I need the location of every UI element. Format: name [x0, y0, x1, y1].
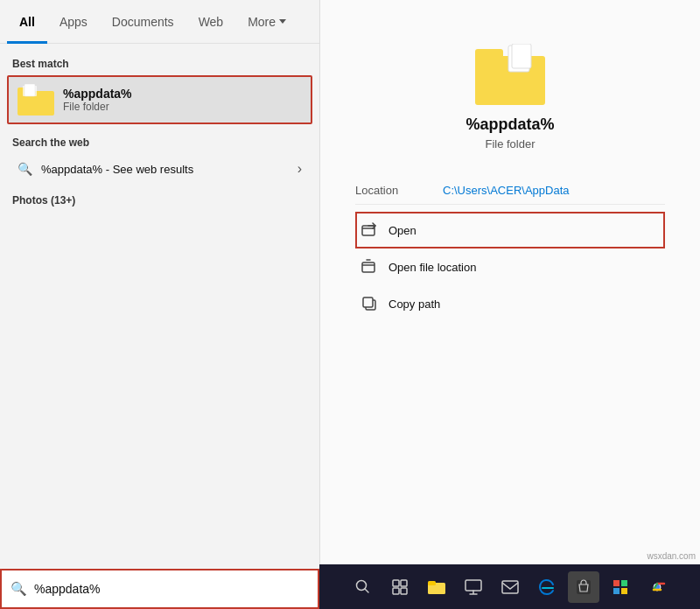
watermark: wsxdan.com: [647, 551, 696, 561]
svg-rect-18: [428, 581, 436, 585]
detail-title: %appdata%: [466, 116, 554, 134]
taskbar-tiles-btn[interactable]: [605, 571, 636, 603]
tab-apps[interactable]: Apps: [47, 0, 100, 44]
copy-icon: [360, 295, 378, 312]
tab-web[interactable]: Web: [186, 0, 236, 44]
search-panel: All Apps Documents Web More Best match %…: [0, 0, 319, 609]
best-match-title: %appdata%: [63, 87, 132, 101]
best-match-subtitle: File folder: [63, 101, 132, 113]
search-results: Best match %appdata% File folder Search …: [0, 44, 319, 569]
best-match-label: Best match: [0, 54, 319, 75]
location-label: Location: [355, 184, 425, 197]
open-icon: [360, 221, 378, 239]
taskbar-pc-btn[interactable]: [458, 571, 489, 603]
detail-subtitle: File folder: [485, 137, 535, 150]
tabs-bar: All Apps Documents Web More: [0, 0, 319, 44]
web-section: Search the web 🔍 %appdata% - See web res…: [0, 124, 319, 187]
copy-path-action[interactable]: Copy path: [355, 285, 665, 322]
file-location-icon: [360, 258, 378, 276]
taskbar-task-btn[interactable]: [384, 571, 416, 603]
action-list: Open Open file location Copy path: [320, 205, 700, 322]
taskbar-mail-btn[interactable]: [494, 571, 526, 603]
search-bar: 🔍: [0, 569, 319, 609]
open-file-location-label: Open file location: [388, 261, 476, 274]
taskbar-chrome-btn[interactable]: [641, 571, 673, 603]
open-action-label: Open: [388, 224, 416, 237]
web-item-text: %appdata% - See web results: [41, 163, 289, 176]
svg-rect-19: [466, 580, 481, 591]
svg-rect-24: [613, 588, 620, 594]
photos-label: Photos (13+): [12, 191, 307, 210]
svg-rect-16: [401, 588, 407, 594]
taskbar-store-btn[interactable]: [568, 571, 599, 603]
arrow-right-icon: ›: [298, 161, 302, 177]
search-bar-icon: 🔍: [10, 581, 27, 597]
open-file-location-action[interactable]: Open file location: [355, 248, 665, 285]
search-icon: 🔍: [18, 162, 32, 176]
svg-rect-22: [613, 580, 620, 586]
location-value[interactable]: C:\Users\ACER\AppData: [443, 184, 570, 197]
taskbar-search-btn[interactable]: [347, 571, 379, 603]
open-action[interactable]: Open: [355, 212, 665, 248]
svg-rect-25: [621, 588, 627, 594]
svg-rect-20: [502, 581, 518, 593]
tab-documents[interactable]: Documents: [100, 0, 186, 44]
folder-preview: %appdata% File folder: [466, 44, 554, 150]
taskbar-edge-btn[interactable]: [531, 571, 563, 603]
search-input[interactable]: [34, 582, 309, 596]
best-match-item[interactable]: %appdata% File folder: [7, 75, 312, 124]
svg-rect-15: [393, 588, 399, 594]
svg-rect-3: [24, 84, 35, 96]
taskbar: [319, 564, 700, 609]
svg-rect-5: [475, 49, 503, 61]
svg-rect-9: [362, 262, 374, 272]
info-location-row: Location C:\Users\ACER\AppData: [355, 177, 665, 205]
svg-rect-11: [363, 298, 373, 307]
taskbar-folder-btn[interactable]: [421, 571, 452, 603]
folder-icon-large: [475, 44, 545, 105]
svg-rect-8: [362, 226, 374, 235]
folder-icon: [18, 84, 54, 116]
detail-info: Location C:\Users\ACER\AppData: [320, 177, 700, 205]
svg-rect-7: [512, 44, 531, 68]
best-match-text: %appdata% File folder: [63, 87, 132, 113]
detail-panel: %appdata% File folder Location C:\Users\…: [319, 0, 700, 564]
tab-all[interactable]: All: [7, 0, 47, 44]
chevron-down-icon: [279, 19, 286, 24]
copy-path-label: Copy path: [388, 298, 440, 311]
photos-section: Photos (13+): [0, 187, 319, 214]
tab-more[interactable]: More: [235, 0, 298, 44]
web-section-label: Search the web: [12, 133, 307, 154]
svg-rect-23: [621, 580, 627, 586]
svg-rect-14: [401, 580, 407, 586]
svg-rect-13: [393, 580, 399, 586]
web-search-item[interactable]: 🔍 %appdata% - See web results ›: [12, 154, 307, 184]
